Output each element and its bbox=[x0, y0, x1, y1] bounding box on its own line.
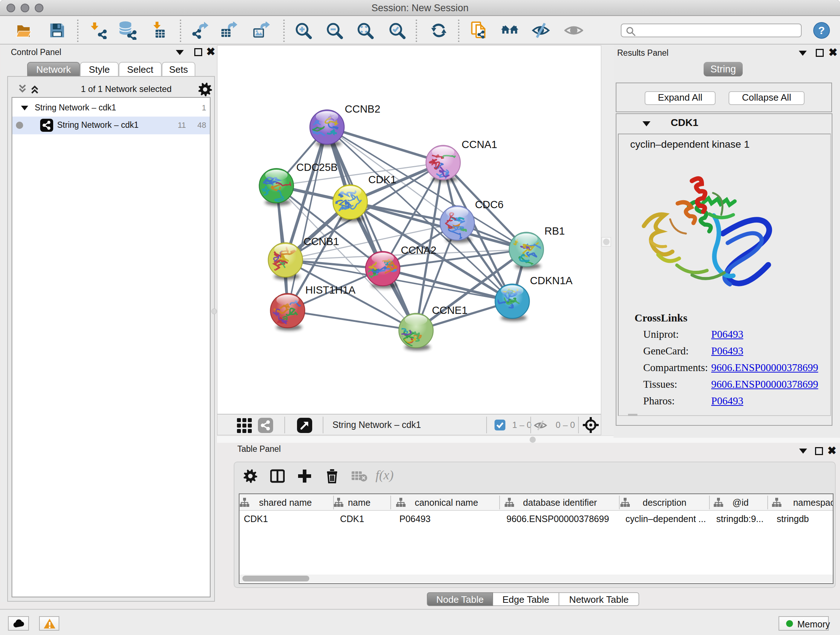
svg-text:CDK1: CDK1 bbox=[368, 174, 396, 185]
svg-text:?: ? bbox=[818, 24, 825, 36]
svg-text:CCNE1: CCNE1 bbox=[432, 304, 467, 316]
svg-text:HIST1H1A: HIST1H1A bbox=[305, 284, 355, 296]
svg-text:CCNA1: CCNA1 bbox=[462, 139, 497, 150]
svg-text:CDC25B: CDC25B bbox=[296, 162, 338, 173]
svg-text:RB1: RB1 bbox=[545, 225, 565, 237]
svg-text:CDC6: CDC6 bbox=[475, 199, 504, 211]
svg-text:CDKN1A: CDKN1A bbox=[530, 275, 573, 287]
svg-text:CCNA2: CCNA2 bbox=[401, 244, 436, 256]
svg-text:CCNB2: CCNB2 bbox=[345, 103, 380, 115]
svg-text:CCNB1: CCNB1 bbox=[303, 236, 339, 247]
